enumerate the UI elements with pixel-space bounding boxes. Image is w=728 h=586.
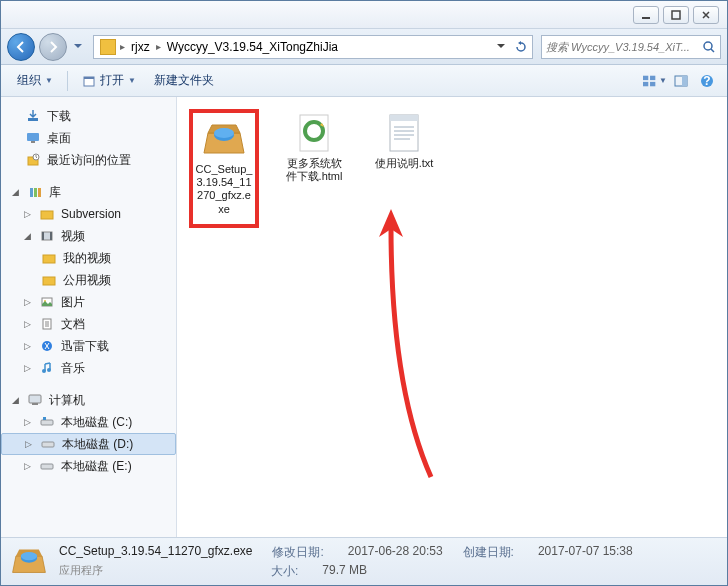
documents-icon — [39, 316, 55, 332]
svg-rect-26 — [43, 277, 55, 285]
svg-rect-19 — [34, 188, 37, 197]
svg-rect-20 — [38, 188, 41, 197]
svg-rect-36 — [43, 417, 46, 420]
file-label: 使用说明.txt — [375, 157, 434, 170]
breadcrumb-item[interactable]: Wyccyy_V3.19.54_XiTongZhiJia — [163, 38, 342, 56]
svg-rect-10 — [682, 76, 687, 86]
tree-xunlei[interactable]: ▷迅雷下载 — [1, 335, 176, 357]
exe-icon — [200, 119, 248, 159]
history-dropdown[interactable] — [71, 37, 85, 57]
svg-rect-1 — [672, 11, 680, 19]
svg-rect-18 — [30, 188, 33, 197]
file-item-txt[interactable]: 使用说明.txt — [369, 109, 439, 174]
open-button[interactable]: 打开▼ — [74, 69, 144, 93]
tree-subversion[interactable]: ▷Subversion — [1, 203, 176, 225]
tree-documents[interactable]: ▷文档 — [1, 313, 176, 335]
tree-recent[interactable]: 最近访问的位置 — [1, 149, 176, 171]
svg-rect-5 — [643, 75, 648, 79]
help-button[interactable]: ? — [695, 69, 719, 93]
svg-rect-38 — [41, 464, 53, 469]
collapse-icon[interactable]: ◢ — [9, 186, 21, 198]
xunlei-icon — [39, 338, 55, 354]
tree-disk-e[interactable]: ▷本地磁盘 (E:) — [1, 455, 176, 477]
svg-rect-0 — [642, 17, 650, 19]
maximize-button[interactable] — [663, 6, 689, 24]
organize-button[interactable]: 组织▼ — [9, 69, 61, 93]
chevron-down-icon: ▼ — [659, 76, 667, 85]
breadcrumb-item[interactable]: rjxz — [127, 38, 154, 56]
chevron-down-icon: ▼ — [45, 76, 53, 85]
html-icon — [290, 113, 338, 153]
tree-pictures[interactable]: ▷图片 — [1, 291, 176, 313]
tree-myvideos[interactable]: 我的视频 — [1, 247, 176, 269]
expand-icon[interactable]: ▷ — [21, 340, 33, 352]
preview-pane-button[interactable] — [669, 69, 693, 93]
tree-music[interactable]: ▷音乐 — [1, 357, 176, 379]
refresh-button[interactable] — [512, 38, 530, 56]
expand-icon[interactable]: ▷ — [21, 208, 33, 220]
address-bar[interactable]: ▸ rjxz ▸ Wyccyy_V3.19.54_XiTongZhiJia — [93, 35, 533, 59]
search-input[interactable] — [546, 41, 702, 53]
svg-rect-23 — [42, 232, 44, 240]
tree-publicvideos[interactable]: 公用视频 — [1, 269, 176, 291]
libraries-icon — [27, 184, 43, 200]
collapse-icon[interactable]: ◢ — [21, 230, 33, 242]
svg-point-40 — [214, 128, 234, 138]
search-icon — [702, 40, 716, 54]
forward-button[interactable] — [39, 33, 67, 61]
svg-rect-8 — [650, 81, 655, 85]
expand-icon[interactable]: ▷ — [21, 416, 33, 428]
collapse-icon[interactable]: ◢ — [9, 394, 21, 406]
open-icon — [82, 74, 96, 88]
desktop-icon — [25, 130, 41, 146]
downloads-icon — [25, 108, 41, 124]
drive-icon — [40, 436, 56, 452]
svg-rect-34 — [32, 403, 38, 405]
expand-icon[interactable]: ▷ — [21, 296, 33, 308]
music-icon — [39, 360, 55, 376]
search-box[interactable] — [541, 35, 721, 59]
recent-icon — [25, 152, 41, 168]
title-bar — [1, 1, 727, 29]
status-type: 应用程序 — [59, 563, 103, 580]
svg-rect-4 — [84, 77, 94, 79]
navigation-pane[interactable]: 下载 桌面 最近访问的位置 ◢库 ▷Subversion ◢视频 我的视频 公用… — [1, 97, 177, 537]
file-item-exe[interactable]: CC_Setup_3.19.54_11270_gfxz.exe — [189, 109, 259, 228]
expand-icon[interactable]: ▷ — [21, 460, 33, 472]
file-item-html[interactable]: 更多系统软件下载.html — [279, 109, 349, 187]
tree-computer[interactable]: ◢计算机 — [1, 389, 176, 411]
minimize-button[interactable] — [633, 6, 659, 24]
file-list-pane[interactable]: CC_Setup_3.19.54_11270_gfxz.exe 更多系统软件下载… — [177, 97, 727, 537]
folder-icon — [100, 39, 116, 55]
exe-icon — [11, 546, 47, 578]
tree-videos[interactable]: ◢视频 — [1, 225, 176, 247]
pictures-icon — [39, 294, 55, 310]
status-filename: CC_Setup_3.19.54_11270_gfxz.exe — [59, 544, 252, 561]
drive-icon — [39, 414, 55, 430]
svg-rect-21 — [41, 211, 53, 219]
command-bar: 组织▼ 打开▼ 新建文件夹 ▼ ? — [1, 65, 727, 97]
tree-libraries[interactable]: ◢库 — [1, 181, 176, 203]
close-button[interactable] — [693, 6, 719, 24]
view-options-button[interactable]: ▼ — [643, 69, 667, 93]
expand-icon[interactable]: ▷ — [22, 438, 34, 450]
new-folder-button[interactable]: 新建文件夹 — [146, 69, 222, 93]
svg-rect-37 — [42, 442, 54, 447]
txt-icon — [380, 113, 428, 153]
tree-downloads[interactable]: 下载 — [1, 105, 176, 127]
back-button[interactable] — [7, 33, 35, 61]
expand-icon[interactable]: ▷ — [21, 362, 33, 374]
svg-rect-44 — [390, 115, 418, 121]
file-label: 更多系统软件下载.html — [283, 157, 345, 183]
tree-desktop[interactable]: 桌面 — [1, 127, 176, 149]
details-pane: CC_Setup_3.19.54_11270_gfxz.exe 修改日期: 20… — [1, 537, 727, 585]
dropdown-button[interactable] — [492, 38, 510, 56]
expand-icon[interactable]: ▷ — [21, 318, 33, 330]
chevron-down-icon: ▼ — [128, 76, 136, 85]
folder-icon — [41, 272, 57, 288]
svg-point-31 — [42, 369, 46, 373]
file-label: CC_Setup_3.19.54_11270_gfxz.exe — [195, 163, 253, 216]
tree-disk-c[interactable]: ▷本地磁盘 (C:) — [1, 411, 176, 433]
chevron-right-icon: ▸ — [120, 41, 125, 52]
tree-disk-d[interactable]: ▷本地磁盘 (D:) — [1, 433, 176, 455]
